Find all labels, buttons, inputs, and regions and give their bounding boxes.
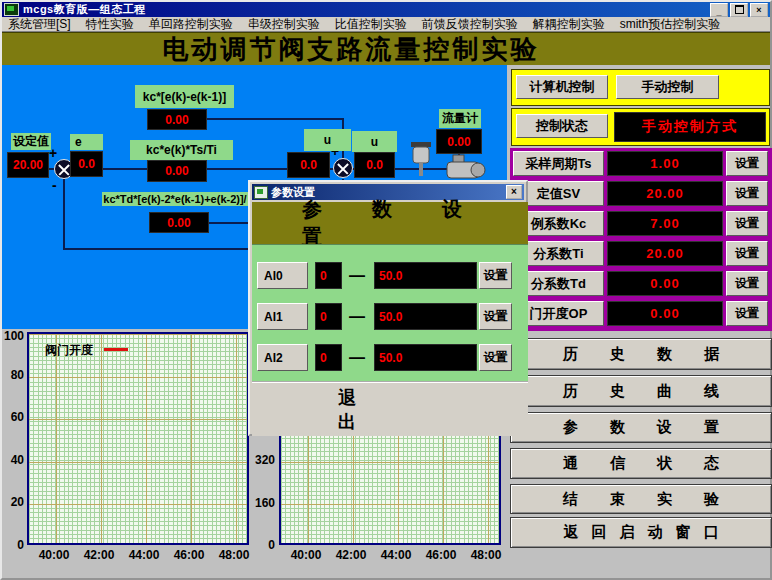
ai1-low-field[interactable]: 0	[315, 303, 342, 330]
chart2-xtick-5: 48:00	[466, 548, 506, 562]
history-data-button[interactable]: 历史数据	[510, 338, 772, 370]
close-button[interactable]: ×	[750, 3, 768, 17]
ai1-set-button[interactable]: 设置	[479, 303, 512, 330]
control-status-label: 控制状态	[516, 114, 608, 138]
u2-label: u	[352, 131, 397, 152]
ai1-name-button[interactable]: AI1	[257, 303, 308, 330]
menu-item-feedforward[interactable]: 前馈反馈控制实验	[422, 16, 518, 33]
sum1-minus-sign: -	[52, 180, 57, 190]
manual-control-button[interactable]: 手动控制	[616, 75, 719, 99]
menu-item-single-loop[interactable]: 单回路控制实验	[149, 16, 233, 33]
i-term-label: kc*e(k)*Ts/Ti	[130, 140, 233, 160]
ai0-name-button[interactable]: AI0	[257, 262, 308, 289]
param-value-td: 0.00	[607, 271, 723, 296]
d-term-value: 0.00	[149, 212, 209, 233]
chart2-ytick-0: 0	[250, 538, 275, 552]
ai2-range-dash: —	[346, 344, 368, 371]
pump-icon	[446, 154, 486, 182]
computer-control-button[interactable]: 计算机控制	[516, 75, 608, 99]
history-data-label: 历史数据	[531, 345, 751, 364]
menu-item-decoupling[interactable]: 解耦控制实验	[533, 16, 605, 33]
param-set-ts-button[interactable]: 设置	[726, 151, 768, 176]
i-term-value: 0.00	[147, 160, 207, 182]
page-title-banner: 电动调节阀支路流量控制实验	[2, 32, 770, 65]
menu-item-cascade[interactable]: 串级控制实验	[248, 16, 320, 33]
chart1-xtick-5: 48:00	[214, 548, 254, 562]
setpoint-label: 设定值	[11, 133, 51, 150]
chart1-ytick-20: 20	[3, 495, 24, 509]
param-value-kc: 7.00	[607, 211, 723, 236]
setpoint-value: 20.00	[7, 152, 49, 178]
error-label: e	[70, 134, 103, 150]
chart2-ytick-160: 160	[250, 496, 275, 510]
return-start-window-button[interactable]: 返回启动窗口	[510, 517, 772, 548]
history-curve-button[interactable]: 历史曲线	[510, 375, 772, 407]
dialog-exit-label: 退出	[252, 386, 528, 434]
valve-opening-trend-chart	[27, 332, 249, 545]
ai2-set-button[interactable]: 设置	[479, 344, 512, 371]
chart1-legend-line-icon	[104, 348, 128, 351]
chart1-ytick-0: 0	[3, 538, 24, 552]
chart1-ytick-80: 80	[3, 368, 24, 382]
ai0-range-dash: —	[346, 262, 368, 289]
end-experiment-button[interactable]: 结束实验	[510, 484, 772, 514]
ai1-high-field[interactable]: 50.0	[374, 303, 477, 330]
u1-label: u	[304, 129, 351, 151]
menu-item-system[interactable]: 系统管理[S]	[8, 16, 71, 33]
valve-icon	[406, 142, 436, 182]
ai0-low-field[interactable]: 0	[315, 262, 342, 289]
param-setting-label: 参数设置	[531, 418, 751, 437]
line-feedback-v	[63, 179, 65, 249]
param-value-sv: 20.00	[607, 181, 723, 206]
error-value: 0.0	[70, 151, 103, 177]
param-set-op-button[interactable]: 设置	[726, 301, 768, 326]
param-set-ti-button[interactable]: 设置	[726, 241, 768, 266]
ai2-low-field[interactable]: 0	[315, 344, 342, 371]
restore-button[interactable]	[730, 3, 748, 17]
param-label-ts: 采样周期Ts	[513, 151, 604, 176]
u1-value: 0.0	[287, 152, 330, 178]
line-p-branch-h	[207, 118, 344, 120]
chart1-xtick-1: 40:00	[34, 548, 74, 562]
p-term-value: 0.00	[147, 109, 207, 130]
u2-value: 0.0	[354, 152, 395, 178]
d-term-label: kc*Td*[e(k)-2*e(k-1)+e(k-2)]/	[102, 192, 248, 206]
comm-status-button[interactable]: 通信状态	[510, 448, 772, 479]
dialog-exit-button[interactable]: 退出	[252, 381, 528, 436]
line-feedback-h	[63, 248, 253, 250]
control-status-value: 手动控制方式	[614, 112, 766, 142]
ai2-name-button[interactable]: AI2	[257, 344, 308, 371]
parameter-dialog: 参数设置 × 参数设置 AI0 0 — 50.0 设置 AI1 0 — 50.0…	[248, 180, 528, 436]
chart2-xtick-4: 46:00	[421, 548, 461, 562]
mcgs-window: mcgs教育版—组态工程 _ × 系统管理[S] 特性实验 单回路控制实验 串级…	[0, 0, 772, 580]
param-value-ts: 1.00	[607, 151, 723, 176]
chart1-legend-label: 阀门开度	[45, 342, 93, 359]
page-title: 电动调节阀支路流量控制实验	[163, 32, 540, 67]
param-set-sv-button[interactable]: 设置	[726, 181, 768, 206]
minimize-button[interactable]: _	[710, 3, 728, 17]
chart2-xtick-1: 40:00	[286, 548, 326, 562]
param-value-op: 0.00	[607, 301, 723, 326]
chart1-xtick-3: 44:00	[124, 548, 164, 562]
menu-item-characteristic[interactable]: 特性实验	[86, 16, 134, 33]
dialog-header-text: 参数设置	[252, 196, 528, 250]
return-start-window-label: 返回启动窗口	[551, 523, 732, 542]
chart2-xtick-3: 44:00	[376, 548, 416, 562]
flowmeter-value: 0.00	[436, 129, 482, 154]
param-setting-button[interactable]: 参数设置	[510, 412, 772, 443]
chart1-xtick-4: 46:00	[169, 548, 209, 562]
ai1-range-dash: —	[346, 303, 368, 330]
menu-bar: 系统管理[S] 特性实验 单回路控制实验 串级控制实验 比值控制实验 前馈反馈控…	[2, 17, 770, 32]
chart1-ytick-100: 100	[3, 329, 24, 343]
chart2-ytick-320: 320	[250, 453, 275, 467]
dialog-header: 参数设置	[252, 202, 528, 244]
param-value-ti: 20.00	[607, 241, 723, 266]
menu-item-ratio[interactable]: 比值控制实验	[335, 16, 407, 33]
param-set-td-button[interactable]: 设置	[726, 271, 768, 296]
ai0-high-field[interactable]: 50.0	[374, 262, 477, 289]
chart1-ytick-60: 60	[3, 410, 24, 424]
ai2-high-field[interactable]: 50.0	[374, 344, 477, 371]
menu-item-smith[interactable]: smith预估控制实验	[620, 16, 721, 33]
ai0-set-button[interactable]: 设置	[479, 262, 512, 289]
param-set-kc-button[interactable]: 设置	[726, 211, 768, 236]
